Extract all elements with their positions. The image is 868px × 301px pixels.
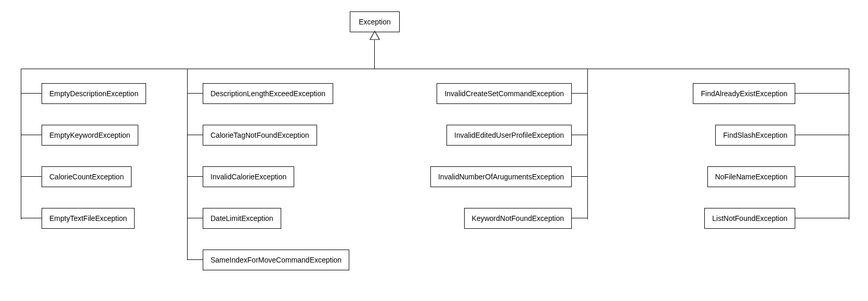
connector-stub — [795, 93, 849, 94]
class-box: DateLimitException — [203, 208, 281, 229]
connector-horizontal-bus — [21, 69, 849, 69]
class-label: CalorieCountException — [49, 173, 124, 181]
connector-stub — [572, 176, 587, 177]
connector-stub — [795, 176, 849, 177]
class-box: CalorieTagNotFoundException — [203, 125, 317, 146]
connector-col1-trunk — [21, 69, 21, 219]
class-label: NoFileNameException — [715, 173, 787, 181]
class-label: InvalidEditedUserProfileException — [454, 131, 564, 139]
class-label: InvalidCreateSetCommandException — [444, 89, 564, 98]
class-box: SameIndexForMoveCommandException — [203, 250, 349, 270]
class-label: EmptyDescriptionException — [49, 89, 138, 98]
class-box: InvalidEditedUserProfileException — [446, 125, 572, 146]
class-box: KeywordNotFoundException — [464, 208, 572, 229]
class-label: DescriptionLengthExceedException — [211, 89, 325, 98]
class-box: ListNotFoundException — [704, 208, 795, 229]
connector-stub — [187, 176, 203, 177]
class-label: EmptyTextFileException — [49, 214, 127, 223]
connector-stub — [21, 218, 42, 218]
connector-stub — [21, 135, 42, 135]
inheritance-arrowhead-icon — [370, 31, 380, 40]
connector-stub — [187, 93, 203, 94]
class-label: KeywordNotFoundException — [472, 214, 564, 223]
connector-col2-trunk — [187, 69, 188, 260]
connector-root-stem — [374, 40, 375, 69]
class-label: InvalidCalorieException — [211, 173, 286, 181]
connector-stub — [572, 93, 587, 94]
class-box: InvalidNumberOfArugumentsException — [430, 166, 572, 187]
root-label: Exception — [359, 18, 390, 26]
connector-stub — [21, 93, 42, 94]
class-label: CalorieTagNotFoundException — [211, 131, 309, 139]
class-label: EmptyKeywordException — [49, 131, 130, 139]
class-box: EmptyKeywordException — [42, 125, 138, 146]
class-label: InvalidNumberOfArugumentsException — [438, 173, 564, 181]
connector-stub — [795, 218, 849, 218]
class-label: SameIndexForMoveCommandException — [211, 256, 341, 264]
connector-col4-trunk — [849, 69, 849, 219]
class-box: EmptyDescriptionException — [42, 83, 146, 104]
class-box: NoFileNameException — [707, 166, 795, 187]
class-box: DescriptionLengthExceedException — [203, 83, 333, 104]
svg-marker-0 — [370, 31, 379, 40]
class-box: FindSlashException — [715, 125, 795, 146]
connector-stub — [795, 135, 849, 135]
class-label: FindAlreadyExistException — [701, 89, 787, 98]
connector-col3-trunk — [587, 69, 588, 219]
class-box: FindAlreadyExistException — [693, 83, 795, 104]
class-label: DateLimitException — [211, 214, 273, 223]
connector-stub — [21, 176, 42, 177]
connector-stub — [572, 218, 587, 218]
connector-stub — [572, 135, 587, 135]
class-box: InvalidCalorieException — [203, 166, 294, 187]
connector-stub — [187, 259, 203, 260]
connector-stub — [187, 218, 203, 218]
root-exception-box: Exception — [350, 11, 400, 32]
class-box: InvalidCreateSetCommandException — [437, 83, 572, 104]
class-label: ListNotFoundException — [712, 214, 787, 223]
class-box: EmptyTextFileException — [42, 208, 135, 229]
connector-stub — [187, 135, 203, 135]
class-label: FindSlashException — [723, 131, 787, 139]
class-box: CalorieCountException — [42, 166, 131, 187]
